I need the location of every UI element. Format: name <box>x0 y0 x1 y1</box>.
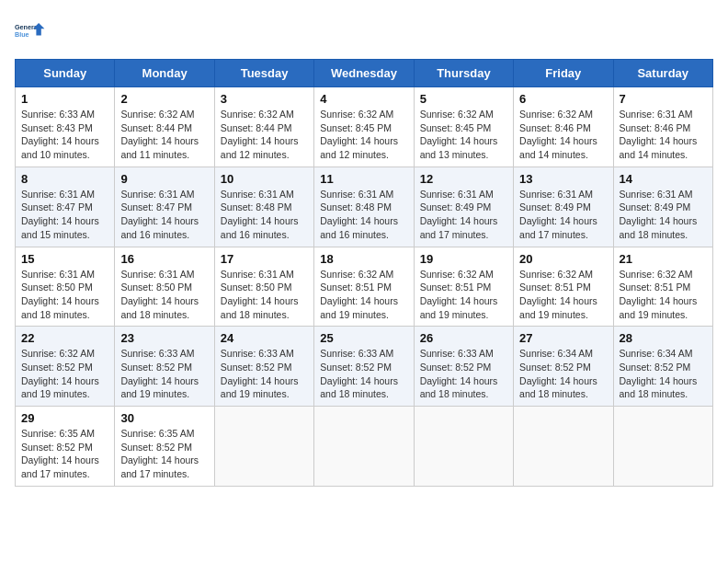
calendar-cell: 1Sunrise: 6:33 AMSunset: 8:43 PMDaylight… <box>16 87 115 167</box>
day-number: 15 <box>21 252 108 266</box>
day-number: 17 <box>221 252 308 266</box>
logo-icon: GeneralBlue <box>15 15 48 48</box>
logo: GeneralBlue <box>15 15 48 48</box>
day-info: Sunrise: 6:32 AMSunset: 8:51 PMDaylight:… <box>620 268 707 322</box>
day-number: 22 <box>21 331 108 345</box>
calendar-cell: 3Sunrise: 6:32 AMSunset: 8:44 PMDaylight… <box>214 87 313 167</box>
day-info: Sunrise: 6:35 AMSunset: 8:52 PMDaylight:… <box>120 427 208 481</box>
day-number: 19 <box>420 252 507 266</box>
day-info: Sunrise: 6:32 AMSunset: 8:51 PMDaylight:… <box>320 268 407 322</box>
day-number: 18 <box>320 252 407 266</box>
day-number: 8 <box>21 172 108 186</box>
calendar-cell: 23Sunrise: 6:33 AMSunset: 8:52 PMDayligh… <box>115 327 214 407</box>
day-number: 13 <box>519 172 607 186</box>
calendar-table: SundayMondayTuesdayWednesdayThursdayFrid… <box>15 59 713 487</box>
day-number: 6 <box>519 92 607 106</box>
day-info: Sunrise: 6:32 AMSunset: 8:46 PMDaylight:… <box>519 108 607 162</box>
day-info: Sunrise: 6:34 AMSunset: 8:52 PMDaylight:… <box>519 347 607 401</box>
day-number: 10 <box>221 172 308 186</box>
day-info: Sunrise: 6:32 AMSunset: 8:45 PMDaylight:… <box>320 108 407 162</box>
day-number: 14 <box>620 172 707 186</box>
calendar-cell: 5Sunrise: 6:32 AMSunset: 8:45 PMDaylight… <box>414 87 513 167</box>
calendar-cell: 14Sunrise: 6:31 AMSunset: 8:49 PMDayligh… <box>613 167 712 247</box>
day-info: Sunrise: 6:31 AMSunset: 8:50 PMDaylight:… <box>120 268 208 322</box>
calendar-cell: 30Sunrise: 6:35 AMSunset: 8:52 PMDayligh… <box>115 407 214 487</box>
day-info: Sunrise: 6:33 AMSunset: 8:52 PMDaylight:… <box>120 347 208 401</box>
day-number: 4 <box>320 92 407 106</box>
day-info: Sunrise: 6:31 AMSunset: 8:48 PMDaylight:… <box>221 188 308 242</box>
day-info: Sunrise: 6:32 AMSunset: 8:44 PMDaylight:… <box>120 108 208 162</box>
calendar-week-row: 22Sunrise: 6:32 AMSunset: 8:52 PMDayligh… <box>16 327 713 407</box>
day-info: Sunrise: 6:31 AMSunset: 8:49 PMDaylight:… <box>420 188 507 242</box>
day-info: Sunrise: 6:31 AMSunset: 8:47 PMDaylight:… <box>120 188 208 242</box>
calendar-cell: 24Sunrise: 6:33 AMSunset: 8:52 PMDayligh… <box>214 327 313 407</box>
day-number: 30 <box>120 411 208 425</box>
day-info: Sunrise: 6:31 AMSunset: 8:49 PMDaylight:… <box>519 188 607 242</box>
day-info: Sunrise: 6:32 AMSunset: 8:45 PMDaylight:… <box>420 108 507 162</box>
calendar-cell <box>514 407 613 487</box>
day-number: 26 <box>420 331 507 345</box>
calendar-cell <box>613 407 712 487</box>
day-info: Sunrise: 6:31 AMSunset: 8:50 PMDaylight:… <box>21 268 108 322</box>
column-header-saturday: Saturday <box>613 60 712 87</box>
day-info: Sunrise: 6:31 AMSunset: 8:49 PMDaylight:… <box>620 188 707 242</box>
calendar-week-row: 29Sunrise: 6:35 AMSunset: 8:52 PMDayligh… <box>16 407 713 487</box>
calendar-cell <box>414 407 513 487</box>
day-number: 20 <box>519 252 607 266</box>
day-number: 7 <box>620 92 707 106</box>
column-header-monday: Monday <box>115 60 214 87</box>
column-header-wednesday: Wednesday <box>314 60 414 87</box>
day-number: 21 <box>620 252 707 266</box>
calendar-header-row: SundayMondayTuesdayWednesdayThursdayFrid… <box>16 60 713 87</box>
day-info: Sunrise: 6:33 AMSunset: 8:52 PMDaylight:… <box>320 347 407 401</box>
day-number: 3 <box>221 92 308 106</box>
calendar-cell: 2Sunrise: 6:32 AMSunset: 8:44 PMDaylight… <box>115 87 214 167</box>
day-number: 27 <box>519 331 607 345</box>
calendar-cell: 29Sunrise: 6:35 AMSunset: 8:52 PMDayligh… <box>16 407 115 487</box>
calendar-cell: 4Sunrise: 6:32 AMSunset: 8:45 PMDaylight… <box>314 87 414 167</box>
day-number: 12 <box>420 172 507 186</box>
day-info: Sunrise: 6:31 AMSunset: 8:50 PMDaylight:… <box>221 268 308 322</box>
calendar-cell: 28Sunrise: 6:34 AMSunset: 8:52 PMDayligh… <box>613 327 712 407</box>
day-number: 25 <box>320 331 407 345</box>
column-header-friday: Friday <box>514 60 613 87</box>
day-number: 24 <box>221 331 308 345</box>
calendar-cell: 13Sunrise: 6:31 AMSunset: 8:49 PMDayligh… <box>514 167 613 247</box>
day-info: Sunrise: 6:32 AMSunset: 8:51 PMDaylight:… <box>420 268 507 322</box>
day-number: 9 <box>120 172 208 186</box>
calendar-cell: 12Sunrise: 6:31 AMSunset: 8:49 PMDayligh… <box>414 167 513 247</box>
calendar-cell: 11Sunrise: 6:31 AMSunset: 8:48 PMDayligh… <box>314 167 414 247</box>
day-number: 16 <box>120 252 208 266</box>
day-number: 28 <box>620 331 707 345</box>
day-info: Sunrise: 6:33 AMSunset: 8:43 PMDaylight:… <box>21 108 108 162</box>
day-info: Sunrise: 6:32 AMSunset: 8:52 PMDaylight:… <box>21 347 108 401</box>
column-header-sunday: Sunday <box>16 60 115 87</box>
calendar-cell: 15Sunrise: 6:31 AMSunset: 8:50 PMDayligh… <box>16 247 115 327</box>
calendar-cell: 6Sunrise: 6:32 AMSunset: 8:46 PMDaylight… <box>514 87 613 167</box>
day-info: Sunrise: 6:33 AMSunset: 8:52 PMDaylight:… <box>221 347 308 401</box>
day-info: Sunrise: 6:32 AMSunset: 8:44 PMDaylight:… <box>221 108 308 162</box>
calendar-cell: 18Sunrise: 6:32 AMSunset: 8:51 PMDayligh… <box>314 247 414 327</box>
day-info: Sunrise: 6:31 AMSunset: 8:48 PMDaylight:… <box>320 188 407 242</box>
calendar-cell: 25Sunrise: 6:33 AMSunset: 8:52 PMDayligh… <box>314 327 414 407</box>
calendar-week-row: 15Sunrise: 6:31 AMSunset: 8:50 PMDayligh… <box>16 247 713 327</box>
calendar-cell: 21Sunrise: 6:32 AMSunset: 8:51 PMDayligh… <box>613 247 712 327</box>
column-header-thursday: Thursday <box>414 60 513 87</box>
day-info: Sunrise: 6:31 AMSunset: 8:47 PMDaylight:… <box>21 188 108 242</box>
day-number: 5 <box>420 92 507 106</box>
day-info: Sunrise: 6:35 AMSunset: 8:52 PMDaylight:… <box>21 427 108 481</box>
day-info: Sunrise: 6:31 AMSunset: 8:46 PMDaylight:… <box>620 108 707 162</box>
page-header: GeneralBlue <box>15 15 713 48</box>
day-number: 2 <box>120 92 208 106</box>
day-info: Sunrise: 6:33 AMSunset: 8:52 PMDaylight:… <box>420 347 507 401</box>
column-header-tuesday: Tuesday <box>214 60 313 87</box>
calendar-cell: 26Sunrise: 6:33 AMSunset: 8:52 PMDayligh… <box>414 327 513 407</box>
calendar-cell: 10Sunrise: 6:31 AMSunset: 8:48 PMDayligh… <box>214 167 313 247</box>
calendar-cell: 7Sunrise: 6:31 AMSunset: 8:46 PMDaylight… <box>613 87 712 167</box>
calendar-cell: 9Sunrise: 6:31 AMSunset: 8:47 PMDaylight… <box>115 167 214 247</box>
calendar-week-row: 1Sunrise: 6:33 AMSunset: 8:43 PMDaylight… <box>16 87 713 167</box>
day-number: 11 <box>320 172 407 186</box>
calendar-cell: 19Sunrise: 6:32 AMSunset: 8:51 PMDayligh… <box>414 247 513 327</box>
calendar-cell: 22Sunrise: 6:32 AMSunset: 8:52 PMDayligh… <box>16 327 115 407</box>
svg-text:Blue: Blue <box>15 30 29 39</box>
